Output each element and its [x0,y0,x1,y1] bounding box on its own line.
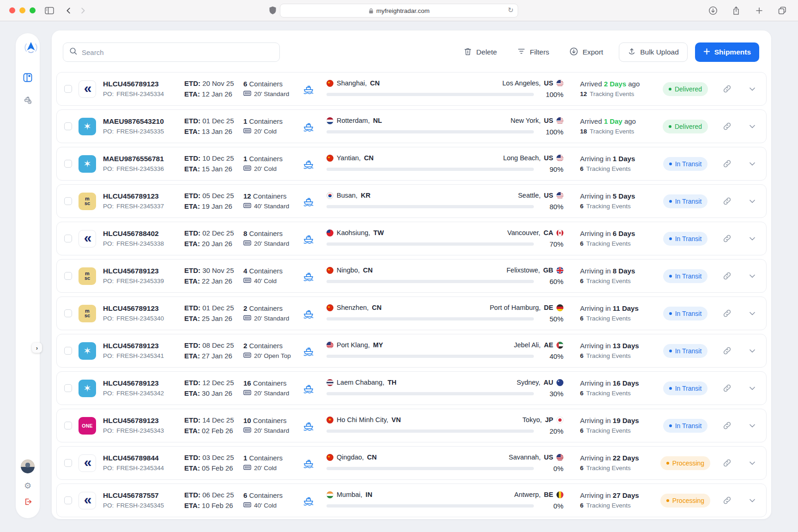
chevron-down-icon[interactable] [748,159,757,169]
container-type: 40' Cold [254,278,277,285]
etd-value: 08 Dec 25 [202,341,234,349]
row-checkbox[interactable] [64,422,72,429]
avatar[interactable] [21,459,35,473]
po-label: PO: [103,240,114,248]
destination: Antwerp,BE [514,491,563,498]
downloads-icon[interactable] [707,4,719,17]
app-logo-icon[interactable] [22,39,40,56]
link-icon[interactable] [722,159,732,169]
link-icon[interactable] [722,308,732,318]
row-checkbox[interactable] [64,235,72,242]
link-icon[interactable] [722,421,732,430]
export-button[interactable]: Export [569,47,603,58]
route-block: Shanghai,CN Los Angeles,US 100% [326,79,563,98]
filters-label: Filters [530,48,549,56]
row-checkbox[interactable] [64,122,72,130]
search-box[interactable] [63,42,280,62]
new-tab-icon[interactable] [753,4,766,17]
sidebar-item-dashboard[interactable] [19,69,36,86]
delete-button[interactable]: Delete [464,47,497,58]
privacy-shield-icon[interactable] [266,4,279,17]
filters-button[interactable]: Filters [517,48,549,57]
ship-icon [302,382,315,395]
row-checkbox[interactable] [64,197,72,205]
row-checkbox[interactable] [64,347,72,355]
table-row: ✶ HLCU456789123 PO:FRESH-2345342 ETD: 12… [56,371,767,405]
sidebar-collapse-button[interactable]: › [32,343,42,353]
container-count: 1 [243,155,247,163]
share-icon[interactable] [730,4,743,17]
back-icon[interactable] [62,4,75,17]
browser-sidebar-toggle-icon[interactable] [43,4,56,17]
link-icon[interactable] [722,346,732,356]
chevron-down-icon[interactable] [748,197,757,206]
container-icon [243,315,251,322]
po-label: PO: [103,427,114,435]
route-block: Port Klang,MY Jebel Ali,AE 40% [326,341,563,360]
destination-city: New York, [511,117,541,124]
origin-flag-icon [326,304,333,311]
chevron-down-icon[interactable] [748,85,757,94]
chevron-down-icon[interactable] [748,346,757,356]
close-window-button[interactable] [9,7,15,13]
zoom-window-button[interactable] [30,7,36,13]
carrier-mark: ✶ [83,346,91,356]
filter-icon [517,48,526,57]
url-field[interactable]: myfreightradar.com ↻ [280,4,518,18]
status-badge: In Transit [663,194,708,208]
row-checkbox[interactable] [64,85,72,93]
tab-overview-icon[interactable] [776,4,789,17]
eta-value: 19 Jan 26 [202,202,232,210]
bulk-upload-button[interactable]: Bulk Upload [619,42,688,62]
origin: Shanghai,CN [326,79,380,87]
search-input[interactable] [82,48,273,56]
lock-icon [369,8,374,14]
refresh-icon[interactable]: ↻ [508,6,514,14]
sidebar-item-orders[interactable] [19,91,36,108]
eta-label: ETA: [184,464,200,472]
tracking-events-label: Tracking Events [586,203,631,210]
settings-gear-icon[interactable]: ⚙ [24,482,31,490]
container-count: 6 [243,80,247,88]
destination-country: GB [543,266,553,274]
shipment-id: HLCU456789123 [103,379,184,388]
route-block: Qingdao,CN Savannah,US 0% [326,453,563,472]
logout-icon[interactable] [24,497,32,508]
chevron-down-icon[interactable] [748,234,757,243]
row-checkbox[interactable] [64,384,72,392]
row-checkbox[interactable] [64,459,72,467]
chevron-down-icon[interactable] [748,421,757,430]
link-icon[interactable] [722,496,732,505]
link-icon[interactable] [722,383,732,393]
arrival-prefix: Arrived [580,117,602,125]
chevron-down-icon[interactable] [748,122,757,131]
row-checkbox[interactable] [64,160,72,168]
po-number: FRESH-2345343 [116,427,164,435]
carrier-logo: « [79,80,96,98]
add-shipments-button[interactable]: Shipments [695,42,759,62]
forward-icon[interactable] [76,4,89,17]
link-icon[interactable] [722,196,732,206]
po-number: FRESH-2345340 [116,315,164,322]
chevron-down-icon[interactable] [748,272,757,281]
origin: Yantian,CN [326,154,374,162]
row-checkbox[interactable] [64,496,72,504]
chevron-down-icon[interactable] [748,496,757,505]
link-icon[interactable] [722,234,732,243]
chevron-down-icon[interactable] [748,459,757,468]
destination-flag-icon [556,192,563,199]
container-count: 1 [243,454,247,462]
link-icon[interactable] [722,458,732,468]
row-checkbox[interactable] [64,272,72,280]
chevron-down-icon[interactable] [748,384,757,393]
minimize-window-button[interactable] [19,7,25,13]
origin-flag-icon [326,454,333,461]
progress-bar [326,429,534,433]
destination-city: Los Angeles, [502,79,541,87]
row-checkbox[interactable] [64,309,72,317]
link-icon[interactable] [722,271,732,281]
chevron-down-icon[interactable] [748,309,757,318]
link-icon[interactable] [722,84,732,94]
origin-flag-icon [326,155,333,162]
link-icon[interactable] [722,121,732,131]
